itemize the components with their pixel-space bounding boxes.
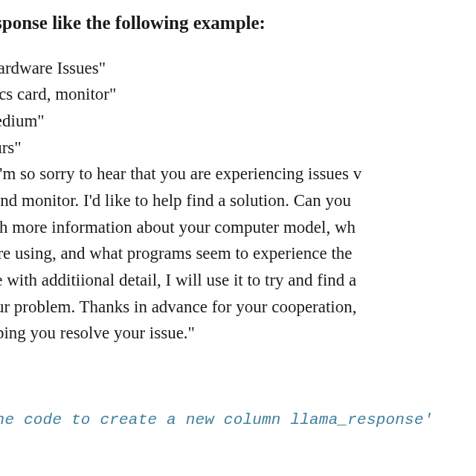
body-line: "24 hours": [0, 135, 476, 161]
section-heading: our response like the following example:: [0, 10, 476, 36]
body-line: l to helping you resolve your issue.": [0, 320, 476, 347]
body-line: n to your problem. Thanks in advance for…: [0, 294, 476, 321]
body-line: vide me with additiional detail, I will …: [0, 267, 476, 294]
code-block: the code to create a new column llama_re…: [0, 360, 476, 476]
body-line: s card and monitor. I'd like to help fin…: [0, 187, 476, 214]
code-comment: the code to create a new column llama_re…: [0, 411, 434, 428]
body-line: y": "Medium": [0, 108, 476, 135]
body-line: me with more information about your comp…: [0, 214, 476, 241]
body-line: ry": "Hardware Issues": [0, 55, 476, 82]
example-body: ry": "Hardware Issues" "graphics card, m…: [0, 55, 476, 347]
document-page: our response like the following example:…: [0, 10, 476, 476]
code-line: the code to create a new column llama_re…: [0, 408, 476, 433]
body-line: "graphics card, monitor": [0, 81, 476, 108]
body-line: e you are using, and what programs seem …: [0, 240, 476, 267]
body-line: nse": "I'm so sorry to hear that you are…: [0, 161, 476, 187]
